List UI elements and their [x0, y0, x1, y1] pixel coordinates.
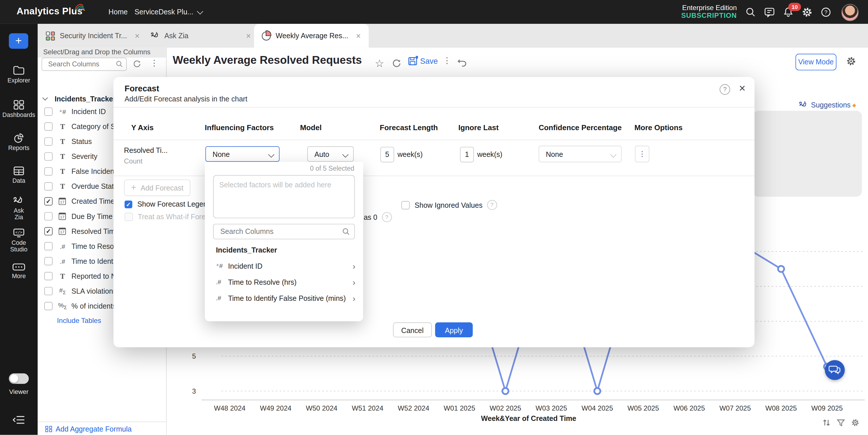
help-icon[interactable]: ? [820, 7, 832, 18]
sidebar-item-more[interactable]: More [0, 263, 38, 279]
unchecked-checkbox-icon[interactable] [44, 272, 53, 281]
svg-text:W09 2025: W09 2025 [811, 404, 843, 412]
tab-ask-zia[interactable]: Ask Zia × [146, 24, 255, 48]
nav-servicedesk-menu[interactable]: ServiceDesk Plu... [134, 8, 202, 16]
text-type-icon: T [57, 137, 68, 146]
col-header-more-options: More Options [634, 123, 683, 132]
columns-search-input[interactable] [47, 60, 115, 69]
close-icon[interactable]: × [356, 31, 361, 40]
search-icon[interactable] [745, 7, 756, 18]
tab-weekly-average-active[interactable]: Weekly Average Res... × [254, 24, 369, 48]
unchecked-checkbox-icon[interactable] [44, 212, 53, 221]
unchecked-checkbox-icon[interactable] [44, 287, 53, 295]
refresh-icon[interactable] [392, 59, 401, 70]
dropdown-search-input[interactable] [219, 227, 338, 236]
col-header-ignore-last: Ignore Last [458, 123, 498, 132]
sidebar-item-dashboards[interactable]: Dashboards [0, 100, 38, 118]
dropdown-item-incident-id[interactable]: ⁺#Incident ID› [205, 258, 363, 273]
unchecked-checkbox-icon[interactable] [44, 167, 53, 176]
chart-settings-gear-icon[interactable] [851, 418, 860, 427]
col-header-y-axis: Y Axis [131, 123, 154, 132]
unchecked-checkbox-icon[interactable] [44, 152, 53, 161]
panel-refresh-icon[interactable] [133, 60, 141, 70]
treat-as-whatif-checkbox[interactable]: Treat as What-if Forec... [125, 213, 215, 221]
zia-suggestions-link[interactable]: Suggestions ◆ [799, 101, 856, 109]
show-forecast-legend-checkbox[interactable]: ✓ Show Forecast Legen... [125, 200, 213, 208]
unchecked-checkbox-icon[interactable] [44, 122, 53, 131]
help-icon[interactable]: ? [487, 200, 497, 210]
filter-icon[interactable] [836, 418, 845, 427]
report-settings-gear-icon[interactable] [846, 56, 857, 69]
sidebar-item-code-studio[interactable]: </>CodeStudio [0, 228, 38, 253]
zia-icon [799, 102, 808, 109]
decimal-type-icon: .# [216, 279, 226, 285]
unchecked-checkbox-icon[interactable] [44, 137, 53, 146]
favorite-star-icon[interactable]: ☆ [375, 57, 384, 70]
add-forecast-button[interactable]: + Add Forecast [124, 180, 190, 196]
sidebar-item-explorer[interactable]: Explorer [0, 65, 38, 84]
close-icon[interactable]: × [135, 31, 140, 40]
unchecked-checkbox-icon[interactable] [401, 201, 410, 209]
model-select[interactable]: Auto [307, 146, 354, 162]
divider [114, 107, 754, 108]
svg-text:</>: </> [15, 230, 22, 235]
dropdown-item-time-to-resolve-hrs[interactable]: .#Time to Resolve (hrs)› [205, 274, 363, 290]
sidebar-item-reports[interactable]: Reports [0, 133, 38, 151]
include-tables-link[interactable]: Include Tables [57, 317, 101, 325]
zia-chat-bubble-button[interactable] [825, 360, 845, 380]
create-new-button[interactable]: + [9, 33, 28, 49]
forecast-length-input[interactable]: 5 [380, 147, 394, 162]
sparkle-icon: ◆ [852, 102, 856, 108]
nav-home[interactable]: Home [108, 8, 128, 16]
checked-checkbox-icon[interactable]: ✓ [44, 227, 53, 235]
dropdown-search[interactable] [213, 224, 355, 239]
sort-icon[interactable] [822, 418, 831, 427]
date-type-icon: 17 [57, 212, 68, 220]
text-type-icon: T [57, 122, 68, 131]
confidence-select[interactable]: None [539, 146, 622, 162]
feedback-icon[interactable] [764, 7, 775, 18]
more-options-kebab-button[interactable]: ⋮ [635, 146, 649, 162]
svg-text:W03 2025: W03 2025 [535, 404, 567, 412]
dropdown-item-time-to-identify-false-positive-mins[interactable]: .#Time to Identify False Positive (mins)… [205, 290, 363, 306]
checked-checkbox-icon[interactable]: ✓ [125, 200, 132, 208]
columns-search[interactable] [42, 58, 127, 71]
add-aggregate-formula-link[interactable]: Add Aggregate Formula [45, 425, 131, 433]
unchecked-checkbox-icon[interactable] [125, 213, 133, 221]
edition-info: Enterprise Edition SUBSCRIPTION [681, 4, 737, 19]
save-button[interactable]: ✱ Save [408, 56, 438, 66]
tab-security-incident[interactable]: Security Incident Tr... × [42, 24, 144, 48]
unchecked-checkbox-icon[interactable] [44, 242, 53, 251]
unchecked-checkbox-icon[interactable] [44, 108, 53, 116]
selected-factors-box[interactable]: Selected factors will be added here [213, 175, 355, 218]
help-icon[interactable]: ? [719, 84, 730, 95]
undo-icon[interactable] [457, 58, 467, 69]
settings-gear-icon[interactable] [802, 7, 813, 18]
table-tree-header[interactable]: Incidents_Tracker [43, 95, 116, 103]
subscription-label: SUBSCRIPTION [681, 11, 737, 19]
ignore-last-input[interactable]: 1 [460, 147, 474, 162]
show-ignored-values-checkbox[interactable]: Show Ignored Values ? [401, 200, 497, 210]
apply-button[interactable]: Apply [435, 322, 473, 337]
sidebar-item-data[interactable]: Data [0, 166, 38, 184]
sidebar-item-ask-zia[interactable]: AskZia [0, 197, 38, 221]
panel-kebab-icon[interactable]: ⋮ [150, 58, 158, 68]
influencing-factors-select[interactable]: None [205, 146, 279, 162]
unchecked-checkbox-icon[interactable] [44, 257, 53, 265]
app-logo[interactable]: Analytics Plus [17, 6, 83, 17]
checked-checkbox-icon[interactable]: ✓ [44, 197, 53, 205]
unchecked-checkbox-icon[interactable] [44, 302, 53, 310]
view-mode-button[interactable]: View Mode [795, 54, 836, 70]
pie-chart-icon [262, 31, 271, 40]
close-icon[interactable]: × [739, 82, 746, 94]
dialog-subtitle: Add/Edit Forecast analysis in the chart [125, 95, 248, 103]
more-actions-kebab-icon[interactable]: ⋮ [443, 55, 451, 65]
viewer-toggle[interactable] [9, 373, 29, 384]
unchecked-checkbox-icon[interactable] [44, 182, 53, 191]
y-axis-value: Resolved Ti... [124, 146, 168, 154]
help-icon[interactable]: ? [381, 212, 392, 222]
collapse-sidebar-icon[interactable] [12, 415, 25, 427]
close-icon[interactable]: × [246, 31, 251, 40]
user-avatar[interactable] [841, 4, 859, 21]
cancel-button[interactable]: Cancel [393, 322, 432, 337]
